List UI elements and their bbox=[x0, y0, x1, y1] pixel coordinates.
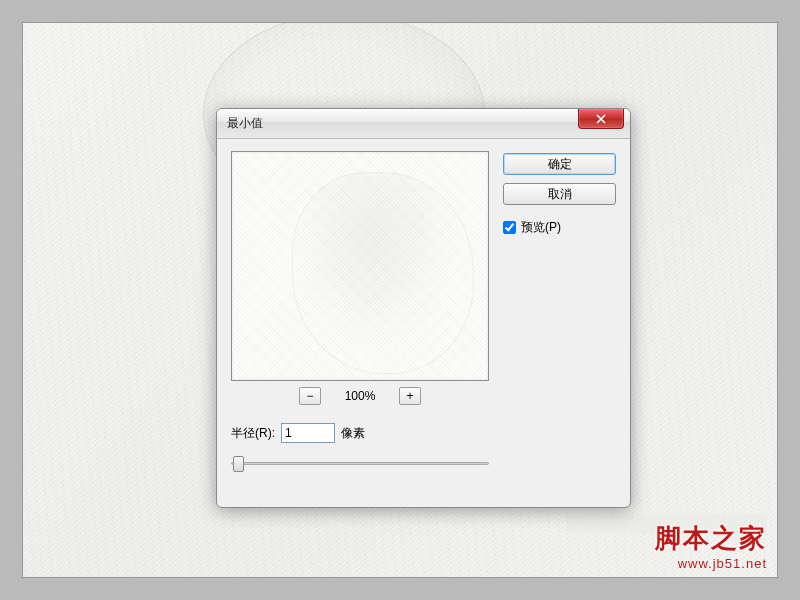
radius-row: 半径(R): 像素 bbox=[231, 423, 489, 443]
ok-button-label: 确定 bbox=[548, 156, 572, 173]
minimum-filter-dialog: 最小值 − 100% + 半径(R): 像素 确定 取消 bbox=[216, 108, 631, 508]
radius-label: 半径(R): bbox=[231, 425, 275, 442]
minus-icon: − bbox=[306, 390, 313, 403]
zoom-controls: − 100% + bbox=[231, 387, 489, 405]
preview-checkbox-label: 预览(P) bbox=[521, 219, 561, 236]
zoom-in-button[interactable]: + bbox=[399, 387, 421, 405]
dialog-titlebar[interactable]: 最小值 bbox=[217, 109, 630, 139]
zoom-out-button[interactable]: − bbox=[299, 387, 321, 405]
zoom-value: 100% bbox=[339, 389, 381, 403]
ok-button[interactable]: 确定 bbox=[503, 153, 616, 175]
dialog-title: 最小值 bbox=[227, 115, 263, 132]
radius-input[interactable] bbox=[281, 423, 335, 443]
preview-checkbox-row[interactable]: 预览(P) bbox=[503, 219, 616, 236]
watermark-band bbox=[567, 515, 767, 533]
filter-preview[interactable] bbox=[231, 151, 489, 381]
plus-icon: + bbox=[406, 390, 413, 403]
dialog-body: − 100% + 半径(R): 像素 确定 取消 预览(P) bbox=[217, 139, 630, 483]
dialog-right-column: 确定 取消 预览(P) bbox=[503, 151, 616, 473]
radius-slider[interactable] bbox=[231, 453, 489, 473]
cancel-button-label: 取消 bbox=[548, 186, 572, 203]
radius-unit: 像素 bbox=[341, 425, 365, 442]
close-icon bbox=[595, 114, 607, 124]
dialog-left-column: − 100% + 半径(R): 像素 bbox=[231, 151, 489, 473]
close-button[interactable] bbox=[578, 109, 624, 129]
slider-thumb[interactable] bbox=[233, 456, 244, 472]
cancel-button[interactable]: 取消 bbox=[503, 183, 616, 205]
preview-checkbox[interactable] bbox=[503, 221, 516, 234]
slider-track bbox=[231, 462, 489, 465]
